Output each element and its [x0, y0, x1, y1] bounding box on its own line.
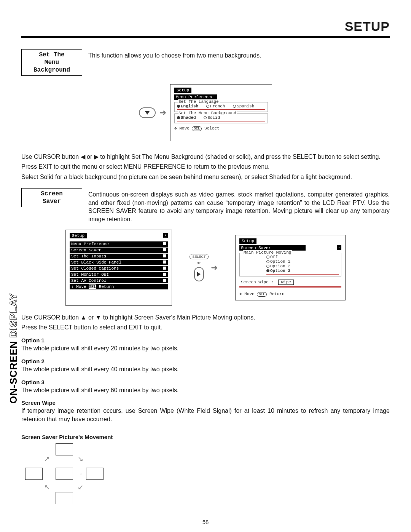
osd-diagram-1: ➜ Setup Menu Preference Set The Language… — [21, 84, 390, 141]
osd-tab: Setup — [174, 88, 191, 93]
osd-tab: Setup — [70, 233, 87, 238]
list-item[interactable]: Set Closed Captions — [70, 266, 168, 271]
movement-diagram: ↗ ↘ ↖ ↙ → — [21, 443, 109, 504]
radio-label: English — [181, 104, 198, 109]
page-number: 58 — [0, 519, 411, 525]
option-title: Screen Wipe — [21, 399, 390, 406]
radio-label: Off — [270, 255, 278, 259]
radio-shaded[interactable]: Shaded — [177, 115, 196, 120]
body-text: Select Solid for a black background (no … — [21, 173, 390, 181]
osd-group-main-picture-moving: Main Picture Moving Off Option 1 Option … — [239, 253, 341, 276]
osd-diagram-2: Setup▾ Menu Preference Screen Saver Set … — [21, 230, 390, 306]
osd-tab: Setup — [239, 238, 256, 244]
option-desc: The whole picture will shift every 40 mi… — [21, 365, 390, 374]
body-text: Press EXIT to quit the menu or select ME… — [21, 163, 390, 171]
or-label: or — [196, 261, 201, 265]
osd-group-menu-bg: Set The Menu Background Shaded Solid — [174, 113, 268, 123]
movement-box — [25, 468, 43, 480]
body-text: Use CURSOR button ▲ or ▼ to highlight Sc… — [21, 313, 390, 322]
osd-panel-screen-saver: Setup Screen Saver▾ Main Picture Moving … — [235, 235, 346, 300]
option-title: Option 3 — [21, 379, 390, 385]
wipe-button[interactable]: Wipe — [278, 280, 293, 285]
list-item[interactable]: Set The Inputs — [70, 254, 168, 259]
osd-hint: ↕ Move SEL Return — [70, 284, 168, 289]
list-item[interactable]: Screen Saver — [70, 248, 168, 253]
body-text: Use CURSOR button ◀ or ▶ to highlight Se… — [21, 153, 390, 161]
list-item[interactable]: Set AV Control — [70, 278, 168, 283]
movement-box — [56, 443, 73, 455]
option-title: Option 1 — [21, 337, 390, 343]
header-rule — [21, 36, 390, 38]
heading-line: Set The — [39, 51, 64, 58]
list-item[interactable]: Set Monitor Out — [70, 272, 168, 277]
move-icon: ✥ — [239, 292, 242, 296]
movement-title: Screen Saver Picture's Movement — [21, 434, 390, 440]
hint-move: Move — [179, 126, 189, 131]
radio-english[interactable]: English — [177, 104, 198, 109]
radio-label: Spanish — [237, 104, 254, 109]
arrow-icon: ↖ — [44, 483, 50, 491]
radio-option2[interactable]: Option 2 — [266, 264, 290, 268]
osd-hint: ✥ Move SEL Return — [239, 290, 341, 296]
arrow-icon: ↗ — [44, 455, 50, 463]
side-label-part: DISPLAY — [8, 293, 19, 341]
radio-spanish[interactable]: Spanish — [233, 104, 254, 109]
list-item[interactable]: Set Black Side Panel — [70, 260, 168, 265]
arrow-icon: ↙ — [78, 483, 83, 491]
side-label-part: ON-SCREEN — [8, 341, 19, 404]
osd-group-legend: Main Picture Moving — [243, 250, 292, 255]
osd-hint: ✥ Move SEL Select — [174, 126, 268, 131]
radio-solid[interactable]: Solid — [204, 115, 220, 120]
osd-group-legend: Set The Language — [178, 99, 220, 104]
radio-off[interactable]: Off — [266, 255, 278, 259]
section1-desc: This function allows you to choose from … — [88, 49, 261, 60]
option-desc: If temporary image retention occurs, use… — [21, 407, 390, 423]
movement-box — [86, 468, 104, 480]
radio-french[interactable]: French — [206, 104, 225, 109]
radio-label: Option 1 — [270, 259, 290, 264]
heading-line: Saver — [43, 198, 61, 205]
section-set-menu-background: Set The Menu Background This function al… — [21, 49, 390, 76]
move-icon: ✥ — [174, 126, 177, 131]
radio-option1[interactable]: Option 1 — [266, 259, 290, 264]
radio-label: French — [210, 104, 225, 109]
heading-line: Screen — [41, 190, 63, 197]
body-text: Press the SELECT button to select and EX… — [21, 323, 390, 332]
option-desc: The whole picture will shift every 60 mi… — [21, 386, 390, 395]
heading-line: Menu Background — [33, 59, 70, 73]
hint-select: Select — [204, 126, 220, 131]
arrow-icon: → — [76, 470, 83, 478]
osd-subtab: Menu Preference — [174, 94, 217, 100]
arrow-icon: ↘ — [78, 455, 83, 463]
mid-selector: SELECT or ➜ — [179, 254, 228, 281]
option-desc: The whole picture will shift every 20 mi… — [21, 344, 390, 353]
select-pill: SELECT — [190, 254, 208, 259]
option-title: Option 2 — [21, 358, 390, 364]
radio-label: Option 2 — [270, 264, 290, 268]
list-item[interactable]: Menu Preference — [70, 241, 168, 247]
heading-box-screen-saver: Screen Saver — [21, 188, 82, 207]
heading-box-menu-background: Set The Menu Background — [21, 49, 82, 76]
updown-icon: ↕ — [71, 284, 74, 289]
hint-sel-pill: SEL — [192, 126, 202, 131]
dropdown-icon: ▾ — [337, 245, 341, 250]
remote-down-icon — [139, 107, 156, 118]
osd-panel-menu-pref: Setup Menu Preference Set The Language E… — [170, 84, 272, 141]
arrow-right-icon: ➜ — [211, 263, 218, 273]
radio-option3[interactable]: Option 3 — [266, 268, 290, 273]
section2-desc: Continuous on-screen displays such as vi… — [88, 188, 390, 223]
radio-label: Option 3 — [270, 268, 290, 273]
side-tab-label: ON-SCREEN DISPLAY — [8, 293, 19, 404]
red-divider — [239, 286, 341, 288]
page-title: SETUP — [21, 19, 390, 34]
radio-label: Solid — [207, 115, 220, 120]
remote-right-icon — [194, 267, 204, 281]
movement-box — [56, 468, 73, 480]
osd-subtab: Screen Saver — [239, 245, 306, 251]
osd-group-legend: Set The Menu Background — [178, 111, 237, 115]
wipe-label: Screen Wipe : — [241, 280, 274, 284]
screen-wipe-row: Screen Wipe : Wipe — [241, 280, 341, 285]
section-screen-saver: Screen Saver Continuous on-screen displa… — [21, 188, 390, 223]
radio-label: Shaded — [181, 115, 196, 120]
arrow-right-icon: ➜ — [159, 108, 166, 118]
